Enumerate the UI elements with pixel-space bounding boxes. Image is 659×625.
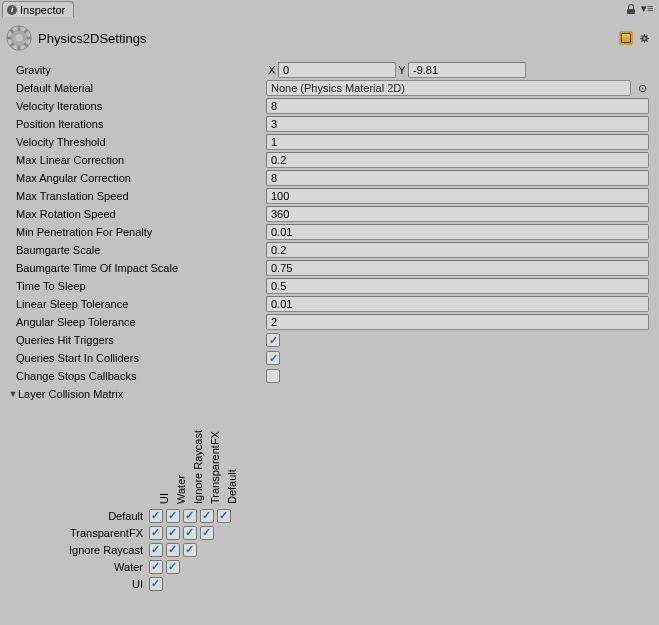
field-input-12[interactable] [266, 314, 649, 330]
field-input-0[interactable] [266, 98, 649, 114]
matrix-checkbox[interactable] [200, 526, 214, 540]
field-input-1[interactable] [266, 116, 649, 132]
checkbox-2[interactable] [266, 369, 280, 383]
field-label: Baumgarte Scale [8, 244, 266, 256]
svg-rect-9 [646, 37, 648, 38]
field-input-2[interactable] [266, 134, 649, 150]
matrix-col-header: TransparentFX [209, 409, 221, 504]
matrix-checkbox[interactable] [166, 526, 180, 540]
matrix-checkbox[interactable] [183, 509, 197, 523]
svg-rect-7 [643, 40, 644, 42]
matrix-row-label: TransparentFX [8, 527, 147, 539]
matrix-checkbox[interactable] [149, 543, 163, 557]
gravity-x-label: X [266, 64, 278, 76]
matrix-checkbox[interactable] [183, 543, 197, 557]
matrix-checkbox[interactable] [166, 509, 180, 523]
check-label: Queries Hit Triggers [8, 334, 266, 346]
page-title: Physics2DSettings [38, 31, 619, 46]
field-label: Max Rotation Speed [8, 208, 266, 220]
matrix-row-label: Water [8, 561, 147, 573]
object-picker-icon[interactable]: ⊙ [635, 82, 649, 95]
field-input-3[interactable] [266, 152, 649, 168]
matrix-col-header: Water [175, 409, 187, 504]
panel-menu-icon[interactable]: ▾≡ [639, 2, 651, 15]
svg-rect-8 [640, 37, 642, 38]
field-input-7[interactable] [266, 224, 649, 240]
settings-asset-icon [4, 23, 34, 53]
field-input-6[interactable] [266, 206, 649, 222]
matrix-checkbox[interactable] [166, 560, 180, 574]
matrix-checkbox[interactable] [183, 526, 197, 540]
inspector-tab[interactable]: i Inspector [2, 1, 74, 17]
gear-icon[interactable] [637, 31, 651, 45]
field-input-8[interactable] [266, 242, 649, 258]
matrix-checkbox[interactable] [149, 526, 163, 540]
field-input-5[interactable] [266, 188, 649, 204]
matrix-checkbox[interactable] [217, 509, 231, 523]
check-label: Change Stops Callbacks [8, 370, 266, 382]
svg-point-2 [15, 34, 23, 42]
field-input-11[interactable] [266, 296, 649, 312]
matrix-checkbox[interactable] [149, 509, 163, 523]
field-label: Velocity Threshold [8, 136, 266, 148]
field-label: Velocity Iterations [8, 100, 266, 112]
matrix-col-header: UI [158, 409, 170, 504]
field-label: Max Linear Correction [8, 154, 266, 166]
info-icon: i [7, 5, 17, 15]
matrix-checkbox[interactable] [149, 577, 163, 591]
layer-collision-label: Layer Collision Matrix [18, 388, 123, 400]
field-input-10[interactable] [266, 278, 649, 294]
matrix-checkbox[interactable] [166, 543, 180, 557]
matrix-row-label: Default [8, 510, 147, 522]
svg-rect-6 [643, 34, 644, 36]
field-label: Max Angular Correction [8, 172, 266, 184]
gravity-x-input[interactable] [278, 62, 396, 78]
field-input-4[interactable] [266, 170, 649, 186]
checkbox-0[interactable] [266, 333, 280, 347]
svg-point-5 [643, 37, 645, 39]
svg-rect-3 [18, 26, 21, 31]
layer-collision-foldout[interactable]: ▼ Layer Collision Matrix [8, 385, 655, 403]
lock-icon[interactable] [627, 4, 635, 14]
matrix-row-label: UI [8, 578, 147, 590]
matrix-row-label: Ignore Raycast [8, 544, 147, 556]
matrix-col-header: Default [226, 409, 238, 504]
field-input-9[interactable] [266, 260, 649, 276]
field-label: Time To Sleep [8, 280, 266, 292]
default-material-label: Default Material [8, 82, 266, 94]
field-label: Min Penetration For Penalty [8, 226, 266, 238]
default-material-field[interactable]: None (Physics Material 2D) [266, 80, 631, 96]
field-label: Angular Sleep Tolerance [8, 316, 266, 328]
field-label: Max Translation Speed [8, 190, 266, 202]
matrix-col-header: Ignore Raycast [192, 409, 204, 504]
tab-label: Inspector [20, 4, 65, 16]
foldout-arrow-icon: ▼ [8, 389, 18, 399]
checkbox-1[interactable] [266, 351, 280, 365]
field-label: Baumgarte Time Of Impact Scale [8, 262, 266, 274]
gravity-y-input[interactable] [408, 62, 526, 78]
gravity-label: Gravity [8, 64, 266, 76]
gravity-y-label: Y [396, 64, 408, 76]
field-label: Position Iterations [8, 118, 266, 130]
field-label: Linear Sleep Tolerance [8, 298, 266, 310]
matrix-checkbox[interactable] [200, 509, 214, 523]
check-label: Queries Start In Colliders [8, 352, 266, 364]
matrix-checkbox[interactable] [149, 560, 163, 574]
help-icon[interactable] [619, 31, 633, 45]
